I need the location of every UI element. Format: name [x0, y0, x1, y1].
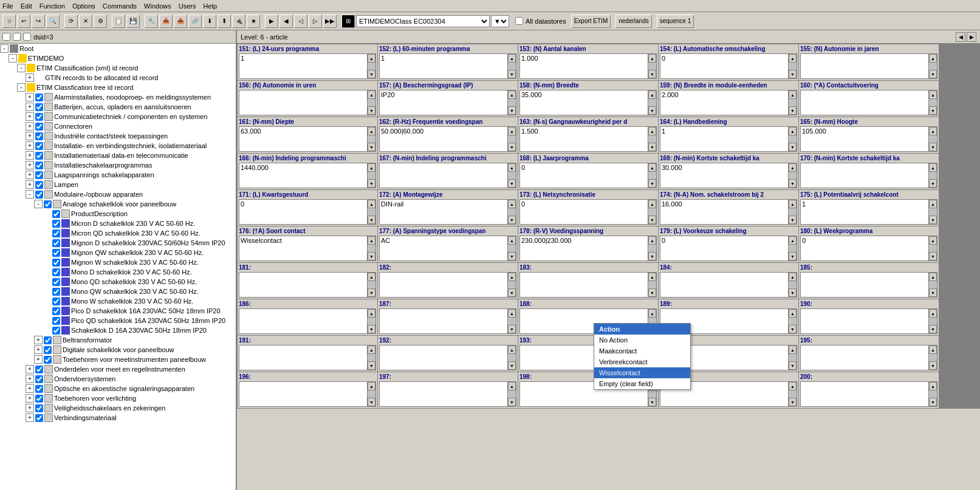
checkbox-schakelklok[interactable] — [52, 327, 60, 335]
scroll-up-181[interactable]: ▲ — [368, 273, 375, 281]
scroll-down-180[interactable]: ▼ — [929, 252, 937, 260]
level-nav-prev[interactable]: ◀ — [956, 32, 965, 42]
cell-input-167[interactable] — [380, 163, 507, 188]
scroll-down-160[interactable]: ▼ — [929, 106, 937, 115]
scroll-down-176[interactable]: ▼ — [368, 252, 375, 260]
menu-function[interactable]: Function — [39, 2, 65, 10]
checkbox-toebehoren_meet[interactable] — [44, 356, 52, 364]
scroll-up-170[interactable]: ▲ — [929, 163, 937, 172]
checkbox-ondervloer[interactable] — [35, 375, 43, 383]
expander-digitale[interactable]: + — [34, 345, 43, 354]
cell-input-157[interactable]: IP20 — [380, 90, 507, 115]
expander-analoge[interactable]: - — [34, 200, 43, 208]
cell-input-172[interactable]: DIN-rail — [380, 200, 507, 224]
expander-laagspannings[interactable]: + — [26, 171, 34, 179]
scroll-up-184[interactable]: ▲ — [789, 273, 797, 281]
scroll-up-166[interactable]: ▲ — [368, 163, 375, 172]
cell-input-166[interactable]: 1440.000 — [239, 163, 367, 188]
tree-node-micron_qd[interactable]: Micron QD schakelklok 230 V AC 50-60 Hz. — [0, 228, 236, 238]
scroll-up-190[interactable]: ▲ — [929, 309, 937, 318]
expander-installatie_verbinding[interactable]: + — [26, 141, 34, 150]
dropdown-item-empty[interactable]: Empty (clear field) — [594, 378, 690, 389]
tree-node-root[interactable]: -Root — [0, 44, 236, 53]
checkbox-industrieel[interactable] — [35, 132, 43, 140]
scroll-up-189[interactable]: ▲ — [789, 309, 797, 318]
cell-input-187[interactable] — [380, 309, 507, 333]
checkbox-installatie_data[interactable] — [35, 152, 43, 160]
scroll-up-194[interactable]: ▲ — [789, 345, 797, 354]
scroll-down-151[interactable]: ▼ — [368, 70, 375, 78]
cell-input-173[interactable]: 0 — [520, 200, 648, 224]
toolbar-btn-search[interactable]: 🔍 — [46, 15, 60, 28]
scroll-down-157[interactable]: ▼ — [508, 106, 516, 115]
toolbar-btn-fwd[interactable]: ▷ — [309, 15, 322, 28]
checkbox-lampen[interactable] — [35, 181, 43, 189]
scroll-down-156[interactable]: ▼ — [368, 106, 375, 115]
scroll-up-188[interactable]: ▲ — [648, 309, 656, 318]
cell-input-158[interactable]: 35.000 — [520, 90, 648, 115]
scroll-down-192[interactable]: ▼ — [508, 361, 516, 370]
scroll-up-192[interactable]: ▲ — [508, 345, 516, 354]
menu-help[interactable]: Help — [203, 2, 217, 10]
checkbox-mignon_w[interactable] — [52, 259, 60, 267]
checkbox-micron_qd[interactable] — [52, 230, 60, 237]
scroll-up-200[interactable]: ▲ — [929, 382, 937, 390]
cell-input-169[interactable]: 30.000 — [660, 163, 788, 188]
expander-optische[interactable]: + — [26, 384, 34, 393]
cell-input-195[interactable] — [801, 345, 928, 370]
scroll-up-187[interactable]: ▲ — [508, 309, 516, 318]
scroll-up-159[interactable]: ▲ — [789, 90, 797, 99]
cell-input-197[interactable] — [380, 382, 507, 406]
toolbar-btn-prev[interactable]: ◀ — [279, 15, 293, 28]
checkbox-communicatie[interactable] — [35, 113, 43, 121]
scroll-down-152[interactable]: ▼ — [508, 70, 516, 78]
checkbox-mono_w[interactable] — [52, 298, 60, 305]
cell-input-154[interactable]: 0 — [660, 54, 788, 78]
scroll-up-195[interactable]: ▲ — [929, 345, 937, 354]
toolbar-btn-link[interactable]: 🔗 — [188, 15, 202, 28]
scroll-up-186[interactable]: ▲ — [368, 309, 375, 318]
tree-header-checkbox3[interactable] — [23, 33, 31, 41]
scroll-down-165[interactable]: ▼ — [929, 143, 937, 151]
dropdown-item-wisselcontact[interactable]: Wisselcontact — [594, 367, 690, 378]
expander-lampen[interactable]: + — [26, 180, 34, 189]
checkbox-mono_d[interactable] — [52, 268, 60, 276]
scroll-down-174[interactable]: ▼ — [789, 216, 797, 224]
scroll-up-172[interactable]: ▲ — [508, 200, 516, 208]
scroll-up-171[interactable]: ▲ — [368, 200, 375, 208]
tree-node-mono_d[interactable]: Mono D schakelklok 230 V AC 50-60 Hz. — [0, 267, 236, 277]
tree-node-gtin[interactable]: +GTIN records to be allocated id record — [0, 73, 236, 83]
toolbar-btn-tools[interactable]: 🔧 — [145, 15, 158, 28]
toolbar-btn-refresh[interactable]: ⟳ — [64, 15, 78, 28]
tree-node-analoge[interactable]: -Analoge schakelklok voor paneelbouw — [0, 199, 236, 209]
expander-modulaire[interactable]: - — [26, 190, 34, 199]
tree-node-lampen[interactable]: +Lampen — [0, 180, 236, 189]
tree-node-etim_xml[interactable]: -ETIM Classification (xml) id record — [0, 63, 236, 73]
scroll-up-177[interactable]: ▲ — [508, 236, 516, 245]
scroll-up-162[interactable]: ▲ — [508, 127, 516, 135]
expander-etimdemo[interactable]: - — [9, 54, 17, 63]
toolbar-btn-ff[interactable]: ▶▶ — [323, 15, 337, 28]
checkbox-mignon_d[interactable] — [52, 239, 60, 247]
checkbox-alarm[interactable] — [35, 94, 43, 101]
checkbox-onderdelen[interactable] — [35, 366, 43, 373]
toolbar-btn-redo[interactable]: ↪ — [32, 15, 45, 28]
dropdown-item-verbreekcontact[interactable]: Verbreekcontact — [594, 356, 690, 367]
expander-toebehoren_meet[interactable]: + — [34, 355, 43, 364]
export-etim-btn[interactable]: Export ETIM — [571, 15, 611, 28]
cell-input-176[interactable]: Wisselcontact — [239, 236, 367, 260]
cell-input-196[interactable] — [239, 382, 367, 406]
expander-veiligheids[interactable]: + — [26, 404, 34, 412]
menu-commands[interactable]: Commands — [103, 2, 137, 10]
cell-input-182[interactable] — [380, 273, 507, 297]
tree-node-micron_d[interactable]: Micron D schakelklok 230 V AC 50-60 Hz. — [0, 219, 236, 228]
tree-node-connectoren[interactable]: +Connectoren — [0, 121, 236, 131]
scroll-down-155[interactable]: ▼ — [929, 70, 937, 78]
cell-input-174[interactable]: 16.000 — [660, 200, 788, 224]
toolbar-btn-undo[interactable]: ↩ — [17, 15, 30, 28]
cell-input-160[interactable] — [801, 90, 928, 115]
scroll-down-153[interactable]: ▼ — [648, 70, 656, 78]
expander-root[interactable]: - — [0, 44, 9, 53]
tree-node-prod_desc[interactable]: ProductDescription — [0, 209, 236, 219]
tree-node-veiligheids[interactable]: +Veiligheidsschakelaars en zekeringen — [0, 403, 236, 413]
